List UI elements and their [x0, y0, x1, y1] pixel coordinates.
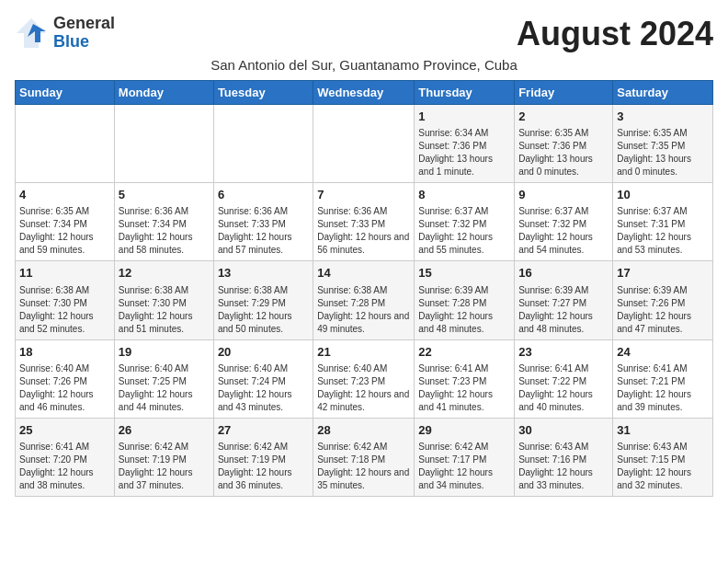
calendar-cell: 18Sunrise: 6:40 AM Sunset: 7:26 PM Dayli…: [16, 339, 115, 418]
day-info: Sunrise: 6:40 AM Sunset: 7:23 PM Dayligh…: [317, 362, 410, 414]
header-monday: Monday: [114, 81, 213, 105]
day-info: Sunrise: 6:41 AM Sunset: 7:23 PM Dayligh…: [418, 362, 510, 414]
calendar-week-row: 18Sunrise: 6:40 AM Sunset: 7:26 PM Dayli…: [16, 339, 713, 418]
day-number: 3: [617, 109, 709, 125]
day-number: 8: [418, 187, 510, 203]
calendar-cell: [114, 105, 213, 183]
day-info: Sunrise: 6:42 AM Sunset: 7:19 PM Dayligh…: [119, 441, 210, 492]
day-info: Sunrise: 6:42 AM Sunset: 7:17 PM Dayligh…: [418, 441, 510, 492]
day-info: Sunrise: 6:39 AM Sunset: 7:28 PM Dayligh…: [418, 284, 510, 336]
calendar-cell: 9Sunrise: 6:37 AM Sunset: 7:32 PM Daylig…: [515, 183, 613, 261]
calendar-cell: 11Sunrise: 6:38 AM Sunset: 7:30 PM Dayli…: [16, 261, 115, 339]
header-thursday: Thursday: [415, 81, 515, 105]
day-info: Sunrise: 6:41 AM Sunset: 7:20 PM Dayligh…: [19, 441, 110, 492]
calendar-header-row: SundayMondayTuesdayWednesdayThursdayFrid…: [16, 81, 713, 105]
day-info: Sunrise: 6:42 AM Sunset: 7:18 PM Dayligh…: [317, 441, 410, 492]
day-number: 5: [119, 187, 210, 203]
header-tuesday: Tuesday: [213, 81, 313, 105]
day-number: 10: [617, 187, 709, 203]
calendar-cell: 13Sunrise: 6:38 AM Sunset: 7:29 PM Dayli…: [213, 261, 313, 339]
calendar-cell: 29Sunrise: 6:42 AM Sunset: 7:17 PM Dayli…: [415, 418, 515, 496]
day-number: 27: [218, 422, 309, 439]
day-info: Sunrise: 6:37 AM Sunset: 7:32 PM Dayligh…: [418, 205, 510, 257]
header-sunday: Sunday: [16, 81, 115, 105]
subtitle: San Antonio del Sur, Guantanamo Province…: [15, 57, 713, 73]
day-number: 29: [418, 422, 510, 439]
calendar-cell: 21Sunrise: 6:40 AM Sunset: 7:23 PM Dayli…: [313, 339, 415, 418]
calendar-cell: 23Sunrise: 6:41 AM Sunset: 7:22 PM Dayli…: [515, 339, 613, 418]
calendar-title: August 2024: [517, 15, 713, 53]
calendar-cell: 2Sunrise: 6:35 AM Sunset: 7:36 PM Daylig…: [515, 105, 613, 183]
calendar-cell: [313, 105, 415, 183]
day-info: Sunrise: 6:37 AM Sunset: 7:32 PM Dayligh…: [518, 205, 609, 257]
day-number: 22: [418, 344, 510, 361]
calendar-week-row: 25Sunrise: 6:41 AM Sunset: 7:20 PM Dayli…: [16, 418, 713, 496]
day-info: Sunrise: 6:36 AM Sunset: 7:33 PM Dayligh…: [317, 205, 410, 257]
logo: General Blue: [15, 15, 115, 52]
day-number: 17: [617, 265, 709, 282]
calendar-cell: 25Sunrise: 6:41 AM Sunset: 7:20 PM Dayli…: [16, 418, 115, 496]
day-number: 20: [218, 344, 309, 361]
calendar-cell: 15Sunrise: 6:39 AM Sunset: 7:28 PM Dayli…: [415, 261, 515, 339]
calendar-cell: [213, 105, 313, 183]
logo-blue-text: Blue: [53, 33, 115, 52]
day-number: 26: [119, 422, 210, 439]
calendar-table: SundayMondayTuesdayWednesdayThursdayFrid…: [15, 80, 713, 497]
day-number: 18: [19, 344, 110, 361]
calendar-cell: 6Sunrise: 6:36 AM Sunset: 7:33 PM Daylig…: [213, 183, 313, 261]
day-number: 14: [317, 265, 410, 282]
day-info: Sunrise: 6:35 AM Sunset: 7:36 PM Dayligh…: [518, 127, 609, 178]
calendar-cell: 30Sunrise: 6:43 AM Sunset: 7:16 PM Dayli…: [515, 418, 613, 496]
day-number: 2: [518, 109, 609, 125]
calendar-week-row: 4Sunrise: 6:35 AM Sunset: 7:34 PM Daylig…: [16, 183, 713, 261]
day-info: Sunrise: 6:37 AM Sunset: 7:31 PM Dayligh…: [617, 205, 709, 257]
day-info: Sunrise: 6:41 AM Sunset: 7:22 PM Dayligh…: [518, 362, 609, 414]
day-info: Sunrise: 6:43 AM Sunset: 7:16 PM Dayligh…: [518, 441, 609, 492]
header-saturday: Saturday: [613, 81, 713, 105]
calendar-cell: 31Sunrise: 6:43 AM Sunset: 7:15 PM Dayli…: [613, 418, 713, 496]
day-number: 31: [617, 422, 709, 439]
day-info: Sunrise: 6:39 AM Sunset: 7:27 PM Dayligh…: [518, 284, 609, 336]
calendar-cell: 1Sunrise: 6:34 AM Sunset: 7:36 PM Daylig…: [415, 105, 515, 183]
day-info: Sunrise: 6:38 AM Sunset: 7:28 PM Dayligh…: [317, 284, 410, 336]
day-number: 9: [518, 187, 609, 203]
calendar-cell: 5Sunrise: 6:36 AM Sunset: 7:34 PM Daylig…: [114, 183, 213, 261]
logo-general-text: General: [53, 15, 115, 33]
header-wednesday: Wednesday: [313, 81, 415, 105]
calendar-cell: 14Sunrise: 6:38 AM Sunset: 7:28 PM Dayli…: [313, 261, 415, 339]
calendar-cell: 19Sunrise: 6:40 AM Sunset: 7:25 PM Dayli…: [114, 339, 213, 418]
day-number: 12: [119, 265, 210, 282]
day-info: Sunrise: 6:40 AM Sunset: 7:26 PM Dayligh…: [19, 362, 110, 414]
day-number: 19: [119, 344, 210, 361]
day-info: Sunrise: 6:35 AM Sunset: 7:35 PM Dayligh…: [617, 127, 709, 178]
day-number: 30: [518, 422, 609, 439]
calendar-cell: 12Sunrise: 6:38 AM Sunset: 7:30 PM Dayli…: [114, 261, 213, 339]
day-info: Sunrise: 6:41 AM Sunset: 7:21 PM Dayligh…: [617, 362, 709, 414]
day-number: 1: [418, 109, 510, 125]
day-number: 11: [19, 265, 110, 282]
day-info: Sunrise: 6:39 AM Sunset: 7:26 PM Dayligh…: [617, 284, 709, 336]
calendar-cell: 22Sunrise: 6:41 AM Sunset: 7:23 PM Dayli…: [415, 339, 515, 418]
day-info: Sunrise: 6:38 AM Sunset: 7:30 PM Dayligh…: [19, 284, 110, 336]
calendar-week-row: 11Sunrise: 6:38 AM Sunset: 7:30 PM Dayli…: [16, 261, 713, 339]
calendar-cell: 27Sunrise: 6:42 AM Sunset: 7:19 PM Dayli…: [213, 418, 313, 496]
day-info: Sunrise: 6:42 AM Sunset: 7:19 PM Dayligh…: [218, 441, 309, 492]
calendar-cell: 28Sunrise: 6:42 AM Sunset: 7:18 PM Dayli…: [313, 418, 415, 496]
calendar-cell: 3Sunrise: 6:35 AM Sunset: 7:35 PM Daylig…: [613, 105, 713, 183]
logo-icon: [15, 17, 48, 50]
calendar-cell: 10Sunrise: 6:37 AM Sunset: 7:31 PM Dayli…: [613, 183, 713, 261]
day-number: 13: [218, 265, 309, 282]
day-number: 25: [19, 422, 110, 439]
day-number: 21: [317, 344, 410, 361]
calendar-cell: 8Sunrise: 6:37 AM Sunset: 7:32 PM Daylig…: [415, 183, 515, 261]
day-info: Sunrise: 6:40 AM Sunset: 7:25 PM Dayligh…: [119, 362, 210, 414]
day-number: 4: [19, 187, 110, 203]
calendar-cell: 7Sunrise: 6:36 AM Sunset: 7:33 PM Daylig…: [313, 183, 415, 261]
day-info: Sunrise: 6:35 AM Sunset: 7:34 PM Dayligh…: [19, 205, 110, 257]
day-info: Sunrise: 6:40 AM Sunset: 7:24 PM Dayligh…: [218, 362, 309, 414]
day-info: Sunrise: 6:36 AM Sunset: 7:33 PM Dayligh…: [218, 205, 309, 257]
header-friday: Friday: [515, 81, 613, 105]
day-info: Sunrise: 6:43 AM Sunset: 7:15 PM Dayligh…: [617, 441, 709, 492]
calendar-cell: [16, 105, 115, 183]
calendar-cell: 4Sunrise: 6:35 AM Sunset: 7:34 PM Daylig…: [16, 183, 115, 261]
